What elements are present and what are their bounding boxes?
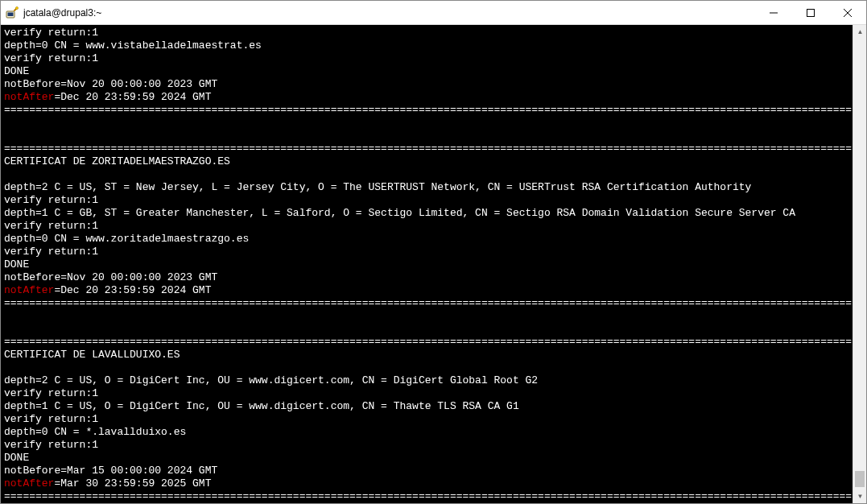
output-line: verify return:1 [4, 246, 98, 258]
output-line: notBefore=Nov 20 00:00:00 2023 GMT [4, 78, 217, 90]
cert-title: CERTIFICAT DE ZORITADELMAESTRAZGO.ES [4, 155, 230, 167]
output-line: verify return:1 [4, 413, 98, 425]
vertical-scrollbar[interactable]: ▲ ▼ [853, 25, 866, 503]
cert-title: CERTIFICAT DE LAVALLDUIXO.ES [4, 349, 180, 361]
svg-rect-3 [807, 9, 815, 16]
output-line: verify return:1 [4, 387, 98, 399]
window-titlebar: jcatala@drupal3:~ [1, 1, 866, 25]
scroll-down-arrow[interactable]: ▼ [853, 490, 866, 503]
notafter-value: =Dec 20 23:59:59 2024 GMT [54, 91, 211, 103]
svg-point-2 [15, 6, 18, 9]
window-controls [755, 1, 866, 24]
notafter-label: notAfter [4, 477, 54, 490]
output-line: verify return:1 [4, 220, 98, 232]
divider-line: ========================================… [4, 336, 853, 348]
notafter-value: =Dec 20 23:59:59 2024 GMT [54, 284, 211, 296]
output-line: depth=0 CN = www.vistabelladelmaestrat.e… [4, 39, 262, 52]
output-line: depth=2 C = US, O = DigiCert Inc, OU = w… [4, 374, 538, 386]
divider-line: ========================================… [4, 104, 853, 116]
scrollbar-thumb[interactable] [855, 471, 865, 487]
notafter-label: notAfter [4, 91, 54, 103]
output-line: DONE [4, 65, 29, 77]
putty-icon [6, 6, 19, 19]
divider-line: ========================================… [4, 143, 853, 155]
output-line: depth=2 C = US, ST = New Jersey, L = Jer… [4, 181, 751, 193]
output-line: DONE [4, 452, 29, 464]
output-line: depth=0 CN = www.zoritadelmaestrazgo.es [4, 233, 249, 245]
notafter-label: notAfter [4, 284, 54, 296]
divider-line: ========================================… [4, 297, 853, 309]
output-line: depth=0 CN = *.lavallduixo.es [4, 426, 186, 438]
output-line: notBefore=Nov 20 00:00:00 2023 GMT [4, 271, 217, 283]
output-line: DONE [4, 258, 29, 271]
output-line: depth=1 C = GB, ST = Greater Manchester,… [4, 207, 795, 219]
divider-line: ========================================… [4, 490, 853, 502]
scroll-up-arrow[interactable]: ▲ [853, 25, 866, 39]
notafter-value: =Mar 30 23:59:59 2025 GMT [54, 477, 211, 490]
output-line: verify return:1 [4, 439, 98, 451]
terminal-output[interactable]: verify return:1 depth=0 CN = www.vistabe… [1, 25, 853, 503]
minimize-button[interactable] [755, 1, 792, 24]
svg-rect-1 [8, 12, 14, 16]
window-title: jcatala@drupal3:~ [23, 7, 755, 19]
output-line: depth=1 C = US, O = DigiCert Inc, OU = w… [4, 400, 519, 412]
close-button[interactable] [829, 1, 866, 24]
output-line: verify return:1 [4, 194, 98, 206]
output-line: verify return:1 [4, 27, 98, 39]
output-line: verify return:1 [4, 52, 98, 64]
output-line: notBefore=Mar 15 00:00:00 2024 GMT [4, 465, 217, 477]
maximize-button[interactable] [792, 1, 829, 24]
